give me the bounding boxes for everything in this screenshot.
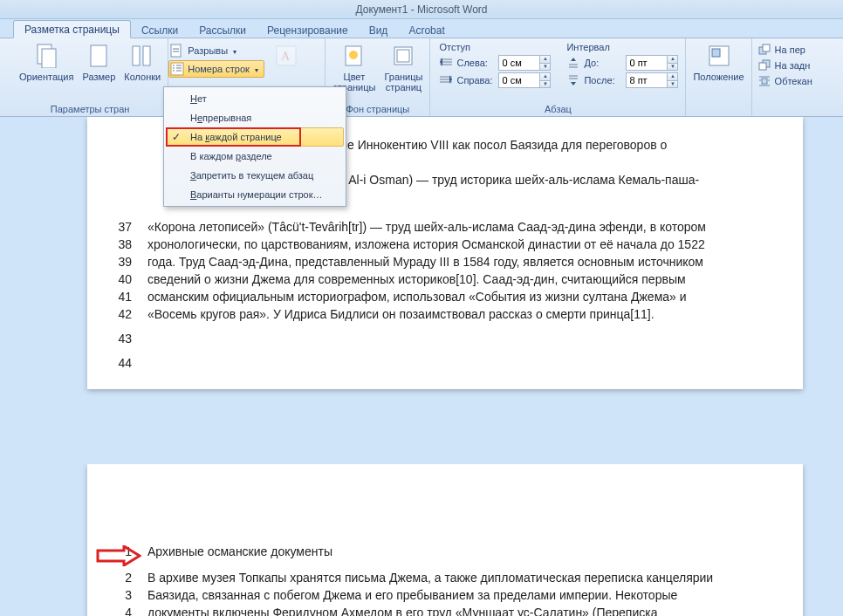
spacing-before-row: До: ▲▼ [566,54,678,72]
line-numbers-menu: Нет Непрерывная ✓ На каждой странице В к… [163,86,346,207]
columns-icon [128,42,156,70]
bring-front-button[interactable]: На пер [757,43,812,57]
watermark-button[interactable]: A xx [268,40,305,84]
spacing-block: Интервал До: ▲▼ После: ▲▼ [566,42,678,89]
menu-item-none[interactable]: Нет [166,89,344,108]
indent-left-icon [439,56,453,70]
tab-mailings[interactable]: Рассылки [188,22,257,38]
line-number: 2 [109,571,132,585]
doc-text: «Корона летописей» (Tâcü't-Tevârih[tr]) … [147,220,772,234]
line-number: 40 [109,272,132,286]
svg-rect-14 [712,49,720,57]
indent-right-row: Справа: ▲▼ [439,72,551,89]
svg-rect-6 [171,63,183,75]
svg-rect-1 [42,49,56,68]
spacing-after-spinner[interactable]: ▲▼ [667,73,677,87]
line-number: 37 [109,220,132,234]
bring-front-icon [757,43,771,57]
indent-left-spinner[interactable]: ▲▼ [539,56,550,70]
breaks-button[interactable]: Разрывы [168,42,264,59]
spacing-before-input[interactable] [627,56,667,70]
orientation-icon [32,42,60,70]
group-arrange-extra: На пер На задн Обтекан [752,38,818,116]
svg-rect-18 [759,63,766,70]
indent-left-row: Слева: ▲▼ [439,54,551,72]
spacing-before-spinner[interactable]: ▲▼ [667,56,677,70]
menu-item-continuous[interactable]: Непрерывная [166,108,344,127]
tab-view[interactable]: Вид [359,22,399,38]
position-icon [705,42,733,70]
line-number: 39 [109,255,132,269]
indent-right-input[interactable] [499,73,539,87]
group-left-gap [0,38,12,116]
menu-item-each-section[interactable]: В каждом разделе [166,147,344,166]
tab-review[interactable]: Рецензирование [257,22,359,38]
group-label-pagesetup: Параметры стран [16,103,164,116]
document-area[interactable]: к папе Иннокентию VIII как посол Баязида… [0,117,843,616]
size-icon [85,42,113,70]
text-wrap-icon [757,74,771,88]
line-number: 3 [109,588,132,602]
indent-title: Отступ [439,42,551,54]
doc-text: года. Труд Саад-эд-Дина, представленный … [147,255,772,269]
doc-text [147,356,772,370]
text-wrap-button[interactable]: Обтекан [757,74,812,88]
watermark-icon: A [272,42,300,70]
send-back-button[interactable]: На задн [757,58,812,72]
svg-text:A: A [281,50,291,63]
tab-references[interactable]: Ссылки [131,22,188,38]
orientation-button[interactable]: Ориентация [16,40,77,84]
svg-point-10 [349,51,358,59]
line-numbers-icon [170,62,184,76]
title-bar: Документ1 - Microsoft Word [0,0,843,19]
doc-text [147,332,772,346]
menu-item-each-page[interactable]: ✓ На каждой странице [166,127,344,147]
line-number: 38 [109,237,132,251]
red-arrow-annotation [96,545,141,566]
check-icon: ✓ [172,131,181,143]
group-page-setup: Ориентация Размер Колонки Параметры стра… [12,38,168,116]
group-paragraph: Отступ Слева: ▲▼ Справа: ▲▼ Интервал До: [430,38,686,116]
svg-rect-4 [143,46,150,65]
size-button[interactable]: Размер [79,40,119,84]
doc-text: Баязида, связанная с побегом Джема и его… [147,588,772,602]
breaks-icon [170,44,184,58]
doc-text: В архиве музея Топкапы хранятся письма Д… [147,571,772,585]
page-color-icon [340,42,368,70]
spacing-after-input[interactable] [627,73,667,87]
menu-item-options[interactable]: Варианты нумерации строк… [166,185,344,204]
window-title: Документ1 - Microsoft Word [355,3,487,16]
svg-rect-19 [762,79,767,84]
ribbon-tabs: Разметка страницы Ссылки Рассылки Реценз… [0,19,843,38]
spacing-after-icon [566,73,580,87]
indent-right-spinner[interactable]: ▲▼ [539,73,550,87]
doc-text: «Восемь кругов рая». У Идриса Бидлиси он… [147,307,772,321]
menu-item-suppress[interactable]: Запретить в текущем абзац [166,166,344,185]
svg-rect-16 [763,44,770,51]
doc-text: хронологически, по царствованиям, изложе… [147,237,772,251]
line-number: 44 [109,356,132,370]
indent-right-icon [439,73,453,87]
doc-text: Архивные османские документы [147,544,772,558]
chevron-down-icon [231,45,236,56]
doc-text: документы включены Феридуном Ахмедом в е… [147,606,772,616]
tab-page-layout[interactable]: Разметка страницы [13,20,131,38]
spacing-after-row: После: ▲▼ [566,72,678,89]
indent-block: Отступ Слева: ▲▼ Справа: ▲▼ [439,42,551,89]
page-2: 1Архивные османские документы 2В архиве … [87,464,803,616]
position-button[interactable]: Положение [689,40,747,84]
doc-text: сведений о жизни Джема для современных и… [147,272,772,286]
line-numbers-button[interactable]: Номера строк [168,60,264,78]
doc-text: османским официальным историографом, исп… [147,290,772,304]
send-back-icon [757,58,771,72]
chevron-down-icon [253,64,258,74]
spacing-title: Интервал [566,42,678,54]
columns-button[interactable]: Колонки [120,40,164,84]
svg-rect-2 [91,45,106,66]
indent-left-input[interactable] [499,56,539,70]
line-number: 41 [109,290,132,304]
tab-acrobat[interactable]: Acrobat [398,22,455,38]
page-borders-button[interactable]: Границы страниц [380,40,426,94]
svg-rect-3 [133,46,140,65]
group-arrange: Положение [686,38,751,116]
